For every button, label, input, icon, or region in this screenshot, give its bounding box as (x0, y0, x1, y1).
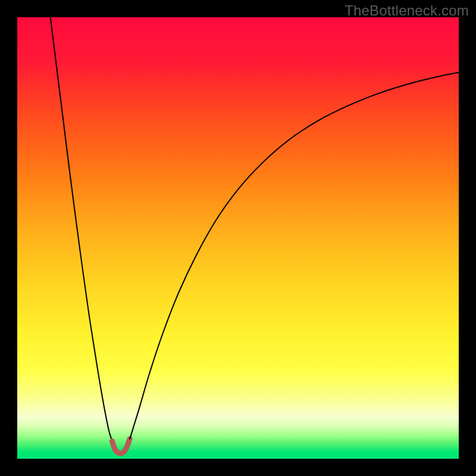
series-bottom-dip (112, 439, 130, 454)
chart-frame: TheBottleneck.com (0, 0, 476, 476)
series-left-branch (51, 17, 112, 441)
series-right-branch (130, 73, 459, 439)
watermark-text: TheBottleneck.com (345, 2, 469, 19)
plot-area (17, 17, 459, 459)
bottleneck-curve (17, 17, 459, 459)
